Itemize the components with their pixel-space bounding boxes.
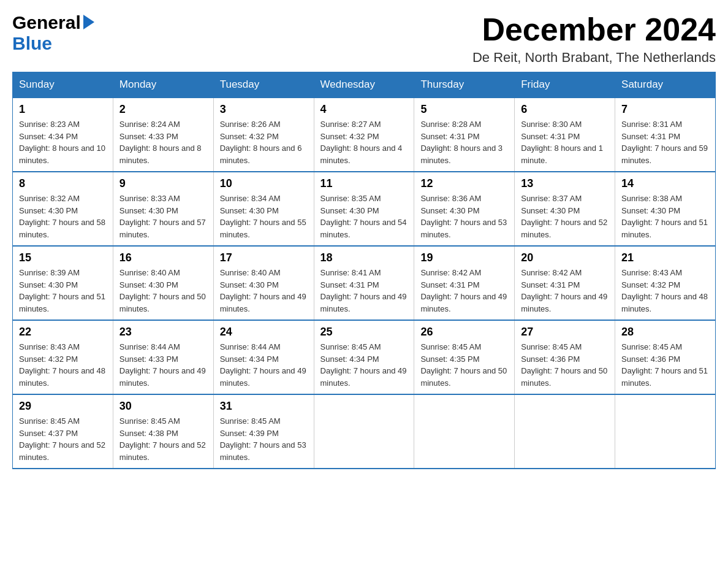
day-number: 21 [621,251,709,264]
day-number: 22 [19,326,107,339]
day-cell [314,394,414,469]
day-number: 24 [220,326,308,339]
day-number: 4 [320,103,408,116]
day-info: Sunrise: 8:42 AMSunset: 4:31 PMDaylight:… [521,268,607,313]
week-row-4: 22 Sunrise: 8:43 AMSunset: 4:32 PMDaylig… [13,320,716,394]
day-number: 7 [621,103,709,116]
day-number: 15 [19,251,107,264]
day-number: 12 [420,177,508,190]
day-cell: 19 Sunrise: 8:42 AMSunset: 4:31 PMDaylig… [414,246,515,320]
day-info: Sunrise: 8:45 AMSunset: 4:34 PMDaylight:… [320,342,407,388]
day-cell: 1 Sunrise: 8:23 AMSunset: 4:34 PMDayligh… [13,98,113,172]
day-number: 31 [220,400,308,413]
header-friday: Friday [515,72,615,98]
page-header: General Blue December 2024 De Reit, Nort… [12,12,716,66]
day-info: Sunrise: 8:41 AMSunset: 4:31 PMDaylight:… [320,268,407,313]
day-cell: 26 Sunrise: 8:45 AMSunset: 4:35 PMDaylig… [414,320,515,394]
day-cell: 7 Sunrise: 8:31 AMSunset: 4:31 PMDayligh… [615,98,716,172]
day-cell: 9 Sunrise: 8:33 AMSunset: 4:30 PMDayligh… [113,172,213,246]
header-wednesday: Wednesday [314,72,414,98]
title-area: December 2024 De Reit, North Brabant, Th… [472,12,716,66]
day-info: Sunrise: 8:34 AMSunset: 4:30 PMDaylight:… [220,194,306,239]
day-info: Sunrise: 8:45 AMSunset: 4:38 PMDaylight:… [119,416,206,462]
day-info: Sunrise: 8:40 AMSunset: 4:30 PMDaylight:… [220,268,306,313]
day-number: 27 [521,326,609,339]
header-saturday: Saturday [615,72,716,98]
logo-arrow-icon [83,15,94,29]
day-info: Sunrise: 8:44 AMSunset: 4:34 PMDaylight:… [220,342,306,388]
day-number: 28 [621,326,709,339]
week-row-3: 15 Sunrise: 8:39 AMSunset: 4:30 PMDaylig… [13,246,716,320]
logo: General Blue [12,12,94,54]
logo-general: General [12,12,81,33]
header-sunday: Sunday [13,72,113,98]
day-number: 13 [521,177,609,190]
day-number: 2 [119,103,207,116]
day-cell: 2 Sunrise: 8:24 AMSunset: 4:33 PMDayligh… [113,98,213,172]
day-cell: 3 Sunrise: 8:26 AMSunset: 4:32 PMDayligh… [213,98,314,172]
day-cell: 24 Sunrise: 8:44 AMSunset: 4:34 PMDaylig… [213,320,314,394]
day-cell: 5 Sunrise: 8:28 AMSunset: 4:31 PMDayligh… [414,98,515,172]
week-row-5: 29 Sunrise: 8:45 AMSunset: 4:37 PMDaylig… [13,394,716,469]
day-cell: 16 Sunrise: 8:40 AMSunset: 4:30 PMDaylig… [113,246,213,320]
day-info: Sunrise: 8:27 AMSunset: 4:32 PMDaylight:… [320,120,403,165]
day-number: 20 [521,251,609,264]
day-info: Sunrise: 8:24 AMSunset: 4:33 PMDaylight:… [119,120,202,165]
day-number: 18 [320,251,408,264]
day-cell: 6 Sunrise: 8:30 AMSunset: 4:31 PMDayligh… [515,98,615,172]
day-cell: 29 Sunrise: 8:45 AMSunset: 4:37 PMDaylig… [13,394,113,469]
location-title: De Reit, North Brabant, The Netherlands [472,50,716,66]
day-cell: 22 Sunrise: 8:43 AMSunset: 4:32 PMDaylig… [13,320,113,394]
day-info: Sunrise: 8:35 AMSunset: 4:30 PMDaylight:… [320,194,407,239]
day-info: Sunrise: 8:32 AMSunset: 4:30 PMDaylight:… [19,194,105,239]
day-number: 5 [420,103,508,116]
day-number: 6 [521,103,609,116]
header-monday: Monday [113,72,213,98]
header-tuesday: Tuesday [213,72,314,98]
day-number: 14 [621,177,709,190]
day-info: Sunrise: 8:31 AMSunset: 4:31 PMDaylight:… [621,120,708,165]
header-row: SundayMondayTuesdayWednesdayThursdayFrid… [13,72,716,98]
day-cell: 31 Sunrise: 8:45 AMSunset: 4:39 PMDaylig… [213,394,314,469]
day-number: 8 [19,177,107,190]
day-cell: 11 Sunrise: 8:35 AMSunset: 4:30 PMDaylig… [314,172,414,246]
day-cell: 18 Sunrise: 8:41 AMSunset: 4:31 PMDaylig… [314,246,414,320]
day-number: 26 [420,326,508,339]
day-info: Sunrise: 8:43 AMSunset: 4:32 PMDaylight:… [19,342,105,388]
day-number: 23 [119,326,207,339]
day-info: Sunrise: 8:45 AMSunset: 4:36 PMDaylight:… [521,342,607,388]
day-info: Sunrise: 8:37 AMSunset: 4:30 PMDaylight:… [521,194,607,239]
day-info: Sunrise: 8:45 AMSunset: 4:39 PMDaylight:… [220,416,306,462]
day-number: 17 [220,251,308,264]
day-info: Sunrise: 8:40 AMSunset: 4:30 PMDaylight:… [119,268,206,313]
day-cell: 8 Sunrise: 8:32 AMSunset: 4:30 PMDayligh… [13,172,113,246]
day-info: Sunrise: 8:30 AMSunset: 4:31 PMDaylight:… [521,120,603,165]
day-info: Sunrise: 8:42 AMSunset: 4:31 PMDaylight:… [420,268,507,313]
day-cell: 21 Sunrise: 8:43 AMSunset: 4:32 PMDaylig… [615,246,716,320]
day-info: Sunrise: 8:33 AMSunset: 4:30 PMDaylight:… [119,194,206,239]
day-info: Sunrise: 8:28 AMSunset: 4:31 PMDaylight:… [420,120,502,165]
day-cell [515,394,615,469]
day-number: 29 [19,400,107,413]
day-number: 19 [420,251,508,264]
day-cell: 30 Sunrise: 8:45 AMSunset: 4:38 PMDaylig… [113,394,213,469]
day-number: 11 [320,177,408,190]
day-cell: 25 Sunrise: 8:45 AMSunset: 4:34 PMDaylig… [314,320,414,394]
day-info: Sunrise: 8:45 AMSunset: 4:36 PMDaylight:… [621,342,708,388]
day-info: Sunrise: 8:45 AMSunset: 4:37 PMDaylight:… [19,416,105,462]
week-row-2: 8 Sunrise: 8:32 AMSunset: 4:30 PMDayligh… [13,172,716,246]
day-info: Sunrise: 8:23 AMSunset: 4:34 PMDaylight:… [19,120,105,165]
day-info: Sunrise: 8:39 AMSunset: 4:30 PMDaylight:… [19,268,105,313]
day-info: Sunrise: 8:45 AMSunset: 4:35 PMDaylight:… [420,342,507,388]
month-title: December 2024 [472,12,716,47]
day-info: Sunrise: 8:44 AMSunset: 4:33 PMDaylight:… [119,342,206,388]
header-thursday: Thursday [414,72,515,98]
day-number: 30 [119,400,207,413]
day-number: 3 [220,103,308,116]
day-info: Sunrise: 8:38 AMSunset: 4:30 PMDaylight:… [621,194,708,239]
day-number: 10 [220,177,308,190]
day-cell: 20 Sunrise: 8:42 AMSunset: 4:31 PMDaylig… [515,246,615,320]
day-cell [414,394,515,469]
week-row-1: 1 Sunrise: 8:23 AMSunset: 4:34 PMDayligh… [13,98,716,172]
day-cell: 12 Sunrise: 8:36 AMSunset: 4:30 PMDaylig… [414,172,515,246]
